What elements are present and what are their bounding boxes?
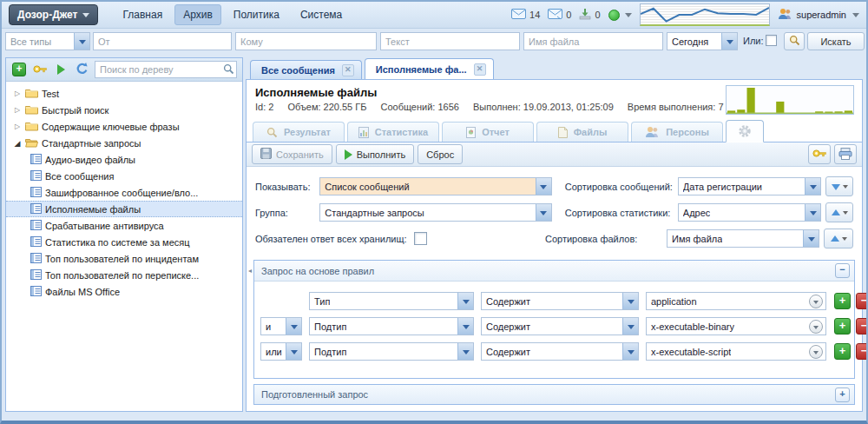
mail-out-counter[interactable]: 0 [548,9,571,21]
search-icon [266,127,278,138]
sort-direction-desc-button[interactable] [825,176,853,196]
rule-field-select[interactable]: Подтип [309,317,474,335]
tree-node-query[interactable]: Срабатывание антивируса [6,217,242,234]
tree-node-query[interactable]: Зашифрованное сообщение/вло... [6,184,242,201]
expand-panel-button[interactable]: + [835,388,850,402]
sort-direction-asc-button[interactable] [824,229,853,248]
sort-files-select[interactable]: Имя файла [667,229,819,248]
rule-condition-select[interactable]: и [260,317,302,335]
download-counter[interactable]: 0 [579,9,600,22]
print-button[interactable] [834,144,857,164]
prepared-query-panel[interactable]: Подготовленный запрос + [253,384,855,405]
add-rule-button[interactable]: + [834,343,851,360]
message-type-select[interactable]: Все типы [5,32,90,50]
tree-node-folder-expanded[interactable]: ◢ Стандартные запросы [6,135,242,151]
to-input[interactable] [235,32,377,50]
subtab-files[interactable]: Файлы [536,122,628,142]
or-checkbox[interactable] [766,35,777,46]
rule-value-field[interactable]: application [646,292,826,310]
tree-node-query[interactable]: Топ пользователей по инцидентам [6,250,242,267]
rule-value-field[interactable]: x-executable-binary [646,317,826,335]
status-indicator[interactable] [608,9,632,21]
expander-expanded-icon[interactable]: ◢ [13,139,22,148]
rule-operator-select[interactable]: Содержит [481,292,639,310]
search-button[interactable]: Искать [807,32,865,50]
nav-item-main[interactable]: Главная [114,4,171,25]
value-dropdown-icon[interactable] [809,345,823,359]
expander-collapsed-icon[interactable]: ▷ [13,106,22,114]
nav-item-policy[interactable]: Политика [225,4,288,25]
expander-collapsed-icon[interactable]: ▷ [13,89,22,97]
value-dropdown-icon[interactable] [809,295,823,308]
rule-value-field[interactable]: x-executable-script [646,342,826,361]
advanced-search-button[interactable] [784,32,805,50]
tree-node-label: Исполняемые файлы [45,204,141,215]
run-button[interactable]: Выполнить [336,144,414,164]
main-nav: Главная Архив Политика Система [114,4,351,25]
sort-messages-select[interactable]: Дата регистрации [678,177,821,195]
remove-rule-button[interactable]: − [856,318,868,335]
tree-node-folder[interactable]: ▷ Содержащие ключевые фразы [6,118,242,135]
rules-panel-header[interactable]: Запрос на основе правил − [254,261,854,282]
collapse-panel-button[interactable]: − [835,263,850,278]
tree-node-query[interactable]: Аудио-видео файлы [6,151,242,168]
tab-all-messages[interactable]: Все сообщения ✕ [250,60,362,79]
require-all-storages-checkbox[interactable] [414,232,427,245]
activity-sparkline[interactable] [640,3,770,26]
show-select[interactable]: Список сообщений [319,177,552,195]
permissions-button[interactable] [32,62,48,77]
remove-rule-button[interactable]: − [856,343,868,360]
panel-collapse-arrow-icon[interactable]: ◂ [248,267,252,275]
form-row: Обязателен ответ всех хранилищ: Сортиров… [255,229,853,248]
nav-item-system[interactable]: Система [292,4,351,25]
date-range-select[interactable]: Сегодня [667,32,738,50]
rule-value: x-executable-script [651,347,731,357]
search-icon[interactable] [223,63,234,76]
reset-button[interactable]: Сброс [418,144,463,164]
remove-rule-button[interactable]: − [856,293,868,309]
close-icon[interactable]: ✕ [474,63,486,76]
rule-field-select[interactable]: Подтип [309,342,474,361]
rule-field-value: Подтип [314,321,346,332]
group-value: Стандартные запросы [325,208,424,218]
subtab-statistics[interactable]: Статистика [347,122,439,142]
tree-search-input[interactable] [95,61,237,78]
rule-operator-select[interactable]: Содержит [481,317,639,335]
add-query-button[interactable]: + [11,62,27,77]
close-icon[interactable]: ✕ [342,64,354,76]
rule-operator-select[interactable]: Содержит [481,342,639,361]
tab-executable-files[interactable]: Исполняемые фа... ✕ [365,58,494,79]
mail-in-counter[interactable]: 14 [511,9,540,21]
run-query-button[interactable] [53,62,69,77]
add-rule-button[interactable]: + [834,293,851,309]
tree-node-query[interactable]: Топ пользователей по переписке... [6,267,242,283]
rule-field-select[interactable]: Тип [309,292,474,310]
nav-item-archive[interactable]: Архив [174,4,221,25]
tree-node-folder[interactable]: ▷ Быстрый поиск [6,102,242,118]
rule-condition-select[interactable]: или [260,342,302,361]
tree-node-query[interactable]: Все сообщения [6,168,242,184]
tree-node-query[interactable]: Статистика по системе за месяц [6,234,242,250]
subtab-result[interactable]: Результат [253,122,345,142]
sort-statistics-select[interactable]: Адрес [678,203,821,222]
tree-node-query[interactable]: Файлы MS Office [6,283,242,300]
brand-menu-button[interactable]: Дозор-Джет [9,4,98,25]
filename-input[interactable] [523,32,663,50]
tree-node-query-selected[interactable]: Исполняемые файлы [6,201,242,217]
user-menu[interactable]: superadmin [778,8,859,22]
subtab-label: Персоны [666,127,709,137]
value-dropdown-icon[interactable] [809,320,823,334]
save-button[interactable]: Сохранить [252,144,332,164]
refresh-tree-button[interactable] [74,62,89,77]
subtab-report[interactable]: Отчет [442,122,534,142]
permissions-button[interactable] [808,144,831,164]
subtab-settings-active[interactable] [726,120,764,142]
text-input[interactable] [380,32,520,50]
from-input[interactable] [93,32,232,50]
group-select[interactable]: Стандартные запросы [319,203,552,222]
sort-direction-asc-button[interactable] [825,202,853,222]
add-rule-button[interactable]: + [834,318,851,335]
tree-node-folder[interactable]: ▷ Test [6,85,242,102]
subtab-persons[interactable]: Персоны [631,122,723,142]
expander-collapsed-icon[interactable]: ▷ [13,123,22,130]
